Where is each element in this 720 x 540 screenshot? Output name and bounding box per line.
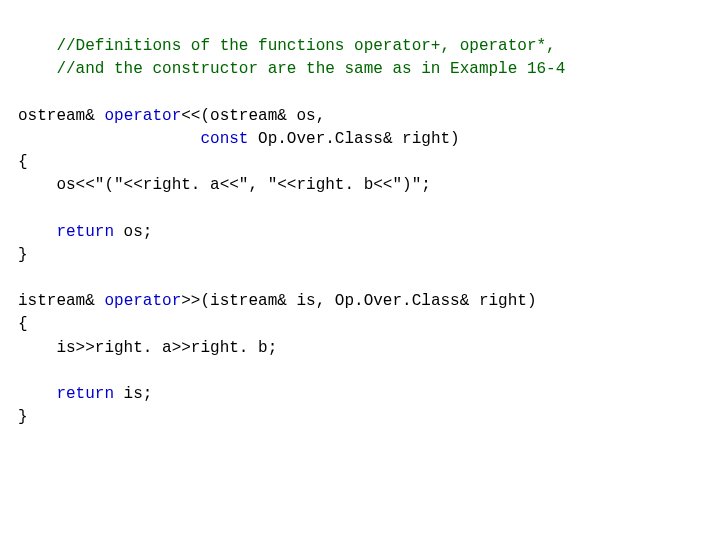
keyword-operator-1: operator	[104, 107, 181, 125]
code-line-11: }	[18, 408, 28, 426]
code-line-2a	[18, 130, 200, 148]
keyword-operator-2: operator	[104, 292, 181, 310]
code-line-6: }	[18, 246, 28, 264]
code-line-3: {	[18, 153, 28, 171]
keyword-return-1: return	[56, 223, 114, 241]
code-line-8: {	[18, 315, 28, 333]
keyword-return-2: return	[56, 385, 114, 403]
keyword-const: const	[200, 130, 248, 148]
code-line-10c: is;	[114, 385, 152, 403]
code-line-7c: >>(istream& is, Op.Over.Class& right)	[181, 292, 536, 310]
comment-line-2: //and the constructor are the same as in…	[18, 60, 565, 78]
code-line-5c: os;	[114, 223, 152, 241]
code-line-7a: istream&	[18, 292, 104, 310]
comment-line-1: //Definitions of the functions operator+…	[18, 37, 556, 55]
code-line-9: is>>right. a>>right. b;	[18, 339, 277, 357]
code-line-1c: <<(ostream& os,	[181, 107, 325, 125]
code-line-2c: Op.Over.Class& right)	[248, 130, 459, 148]
code-line-4: os<<"("<<right. a<<", "<<right. b<<")";	[18, 176, 431, 194]
code-line-5a	[18, 223, 56, 241]
code-line-10a	[18, 385, 56, 403]
code-line-1a: ostream&	[18, 107, 104, 125]
